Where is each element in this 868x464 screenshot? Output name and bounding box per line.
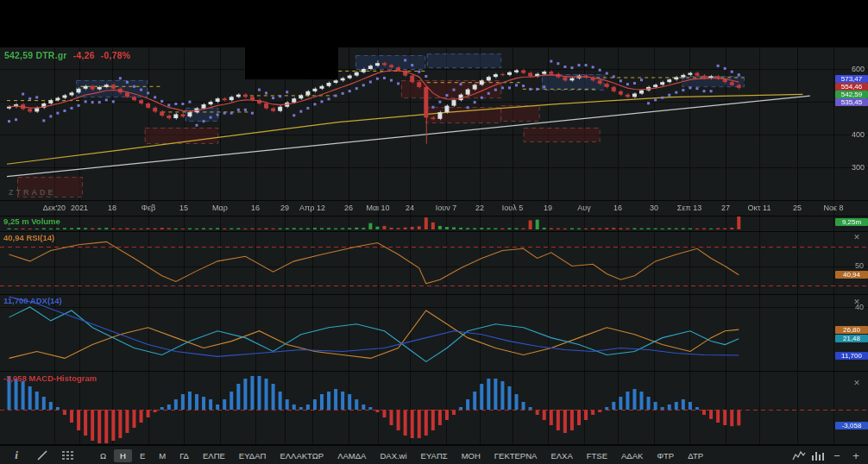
timeframe-button-Ε[interactable]: Ε <box>134 449 151 462</box>
ticker-change: -4,26 <box>73 50 95 60</box>
date-axis-tick: 18 <box>108 204 116 212</box>
adx-panel-label: 11,700 ADX(14) <box>3 296 62 305</box>
macd-panel-label: -3,058 MACD-Histogram <box>3 373 97 383</box>
timeframe-button-Η[interactable]: Η <box>114 449 132 462</box>
zoom-out-button[interactable]: − <box>828 448 846 463</box>
timeframe-group: ΩΗΕΜ <box>93 449 173 462</box>
rsi-panel-label: 40,94 RSI(14) <box>3 233 54 242</box>
date-axis-tick: Δεκ'20 <box>43 204 66 212</box>
histogram-icon[interactable] <box>809 448 827 463</box>
symbol-button-ΔΤΡ[interactable]: ΔΤΡ <box>682 449 709 462</box>
date-axis-tick: 26 <box>344 204 353 212</box>
watchlist-symbols: ΓΔΕΛΠΕΕΥΔΑΠΕΛΛΑΚΤΩΡΛΑΜΔΑDAX.wiΕΥΑΠΣΜΟΗΓΕ… <box>173 449 710 462</box>
macd-flag: -3,058 <box>835 422 868 430</box>
date-axis-tick: 19 <box>544 204 552 212</box>
symbol-button-ΕΛΛΑΚΤΩΡ[interactable]: ΕΛΛΑΚΤΩΡ <box>274 449 330 462</box>
price-axis-label: 400 <box>852 130 865 139</box>
zoom-in-button[interactable]: + <box>847 448 865 463</box>
symbol-button-ΕΛΧΑ[interactable]: ΕΛΧΑ <box>544 449 578 462</box>
symbol-button-DAX.wi[interactable]: DAX.wi <box>374 449 412 462</box>
symbol-button-ΦΤΡ[interactable]: ΦΤΡ <box>651 449 680 462</box>
date-axis-tick: 27 <box>721 204 730 212</box>
date-axis-tick: 2021 <box>71 204 88 212</box>
price-flag-band-upper: 573,47 <box>835 75 868 83</box>
ztrade-watermark: ZTRADE <box>9 188 56 197</box>
date-axis-tick: 16 <box>613 204 622 212</box>
date-axis-tick: 29 <box>280 204 289 212</box>
trading-terminal: 542,59 DTR.gr -4,26 -0,78% ZTRADE 600500… <box>0 0 868 464</box>
ticker-readout: 542,59 DTR.gr -4,26 -0,78% <box>4 50 130 60</box>
timeframe-button-Μ[interactable]: Μ <box>153 449 172 462</box>
date-axis-tick: Φεβ <box>142 204 155 212</box>
date-axis-tick: Ιουν 7 <box>436 204 456 212</box>
info-icon[interactable]: i <box>7 448 26 463</box>
date-axis-tick: 22 <box>475 204 484 212</box>
symbol-button-ΛΑΜΔΑ[interactable]: ΛΑΜΔΑ <box>331 449 372 462</box>
adx-di-minus-flag: 26,80 <box>835 326 868 334</box>
symbol-button-ΕΥΑΠΣ[interactable]: ΕΥΑΠΣ <box>415 449 454 462</box>
ticker-change-percent: -0,78% <box>101 50 130 60</box>
date-axis-tick: Απρ 12 <box>299 204 325 212</box>
trendline-tool-icon[interactable] <box>33 448 52 463</box>
date-axis-tick: Αυγ <box>577 204 590 212</box>
rsi-panel-close-button[interactable]: ✕ <box>852 232 862 242</box>
macd-panel-close-button[interactable]: ✕ <box>852 378 862 388</box>
adx-panel-close-button[interactable]: ✕ <box>852 297 862 307</box>
volume-panel-label: 9,25 m Volume <box>3 216 60 226</box>
symbol-button-ΜΟΗ[interactable]: ΜΟΗ <box>456 449 487 462</box>
ticker-price: 542,59 <box>4 50 33 60</box>
date-axis-tick: Μαι 10 <box>366 204 389 212</box>
rsi-mid-level-label: 50 <box>855 261 864 270</box>
date-axis-tick: 24 <box>406 204 414 212</box>
bottom-toolbar: i ΩΗΕΜ ΓΔΕΛΠΕΕΥΔΑΠΕΛΛΑΚΤΩΡΛΑΜΔΑDAX.wiΕΥΑ… <box>0 445 868 464</box>
symbol-button-FTSE[interactable]: FTSE <box>581 449 613 462</box>
date-axis-tick: Ιουλ 5 <box>502 204 523 212</box>
symbol-button-ΑΔΑΚ[interactable]: ΑΔΑΚ <box>615 449 649 462</box>
price-flag-band-lower: 535,45 <box>835 98 868 106</box>
symbol-button-ΓΕΚΤΕΡΝΑ[interactable]: ΓΕΚΤΕΡΝΑ <box>488 449 544 462</box>
date-axis-tick: Σεπ 13 <box>677 204 701 212</box>
date-axis-tick: Μαρ <box>212 204 228 212</box>
symbol-button-ΕΛΠΕ[interactable]: ΕΛΠΕ <box>197 449 231 462</box>
symbol-button-ΕΥΔΑΠ[interactable]: ΕΥΔΑΠ <box>233 449 273 462</box>
blank-logo-box <box>245 47 338 79</box>
main-chart-canvas[interactable] <box>0 0 868 464</box>
rsi-flag: 40,94 <box>835 271 868 279</box>
chart-style-icon[interactable] <box>790 448 808 463</box>
volume-flag: 9,25m <box>835 218 868 226</box>
date-axis-tick: 15 <box>179 204 188 212</box>
ticker-symbol: DTR.gr <box>35 50 66 60</box>
date-axis-tick: 25 <box>793 204 802 212</box>
indicators-list-icon[interactable] <box>59 448 78 463</box>
timeframe-button-Ω[interactable]: Ω <box>94 449 112 462</box>
date-axis-tick: 30 <box>650 204 658 212</box>
date-axis-tick: Οκτ 11 <box>748 204 771 212</box>
date-axis-tick: 16 <box>251 204 260 212</box>
adx-main-flag: 11,700 <box>835 352 868 360</box>
price-axis-label: 600 <box>852 65 865 73</box>
symbol-button-ΓΔ[interactable]: ΓΔ <box>173 449 195 462</box>
price-flag-band-mid: 554,46 <box>835 83 868 91</box>
adx-di-plus-flag: 21,48 <box>835 335 868 342</box>
price-axis-label: 300 <box>852 163 865 172</box>
chart-controls: − + <box>789 446 865 464</box>
date-axis-tick: Νοε 8 <box>823 204 843 212</box>
price-flag-last: 542,59 <box>835 91 868 98</box>
